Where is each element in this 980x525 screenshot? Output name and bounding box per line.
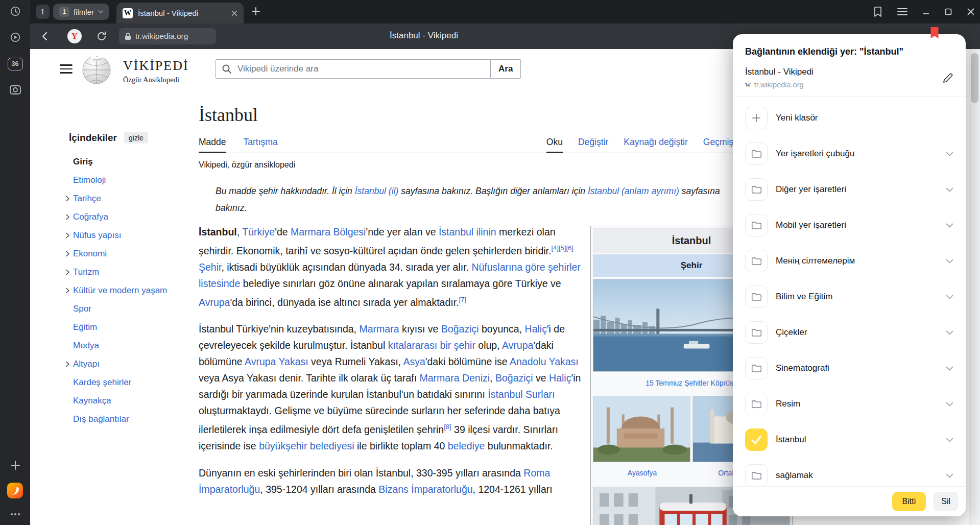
chevron-down-icon[interactable] bbox=[946, 438, 953, 442]
wiki-link[interactable]: Marmara bbox=[359, 323, 399, 335]
wiki-link[interactable]: Bizans İmparatorluğu bbox=[378, 484, 472, 495]
article-tab-oku[interactable]: Oku bbox=[546, 137, 563, 153]
wiki-link[interactable]: Şehir bbox=[199, 261, 221, 273]
edit-bookmark-icon[interactable] bbox=[942, 73, 953, 84]
chevron-right-icon[interactable] bbox=[62, 232, 73, 238]
toc-item-label[interactable]: Ekonomi bbox=[73, 249, 107, 259]
bookmark-folder-item[interactable]: Mobil yer işaretleri bbox=[733, 207, 966, 243]
chevron-down-icon[interactable] bbox=[946, 473, 953, 478]
tabs-counter-badge[interactable]: 36 bbox=[0, 57, 30, 70]
bookmark-folder-item[interactable]: Менің сілтемелерім bbox=[733, 243, 966, 279]
close-window-button[interactable] bbox=[967, 8, 975, 16]
toc-item[interactable]: Coğrafya bbox=[62, 208, 177, 226]
chevron-down-icon[interactable] bbox=[946, 366, 953, 371]
browser-menu-icon[interactable] bbox=[897, 8, 907, 16]
reference-link[interactable]: [6] bbox=[566, 244, 573, 252]
chevron-down-icon[interactable] bbox=[946, 223, 953, 228]
toc-item[interactable]: Dış bağlantılar bbox=[62, 410, 177, 428]
toc-item-label[interactable]: Kültür ve modern yaşam bbox=[73, 285, 167, 296]
wikipedia-logo[interactable] bbox=[81, 53, 112, 87]
wiki-link[interactable]: İstanbul ilinin bbox=[439, 226, 496, 237]
bookmarks-panel-icon[interactable] bbox=[873, 6, 883, 17]
toc-item-label[interactable]: Kardeş şehirler bbox=[73, 377, 131, 388]
wiki-link[interactable]: Marmara Bölgesi bbox=[291, 226, 366, 237]
toc-item[interactable]: Kaynakça bbox=[62, 392, 177, 410]
chevron-right-icon[interactable] bbox=[62, 214, 73, 220]
screenshot-icon[interactable] bbox=[0, 84, 30, 96]
toc-item-label[interactable]: Giriş bbox=[73, 157, 93, 167]
toc-item[interactable]: Kültür ve modern yaşam bbox=[62, 281, 177, 300]
chevron-right-icon[interactable] bbox=[62, 196, 73, 202]
reference-link[interactable]: [4] bbox=[551, 244, 558, 252]
wiki-link[interactable]: belediye bbox=[448, 440, 485, 451]
tab-group-pill[interactable]: 1 filmler bbox=[53, 4, 109, 20]
toc-item-label[interactable]: Medya bbox=[73, 341, 99, 351]
toc-item[interactable]: Spor bbox=[62, 300, 177, 318]
wiki-link[interactable]: Marmara Denizi bbox=[419, 372, 490, 384]
bookmark-folder-item[interactable]: Resim bbox=[733, 386, 966, 422]
article-tab-kaynağı-değiştir[interactable]: Kaynağı değiştir bbox=[624, 137, 688, 153]
toc-item-label[interactable]: Altyapı bbox=[73, 359, 100, 369]
toc-item-label[interactable]: Dış bağlantılar bbox=[73, 414, 129, 424]
search-button[interactable]: Ara bbox=[491, 59, 521, 79]
toc-item[interactable]: Ekonomi bbox=[62, 245, 177, 263]
wiki-link[interactable]: Haliç bbox=[549, 372, 571, 384]
wiki-link[interactable]: Avrupa bbox=[199, 296, 230, 307]
new-tab-button[interactable] bbox=[251, 6, 261, 16]
ayasofya-caption[interactable]: Ayasofya bbox=[593, 462, 691, 485]
wiki-link[interactable]: İstanbul (anlam ayrımı) bbox=[588, 186, 679, 196]
wiki-link[interactable]: kıtalararası bir şehir bbox=[388, 340, 475, 351]
chevron-right-icon[interactable] bbox=[62, 361, 73, 367]
wiki-link[interactable]: Anadolu Yakası bbox=[510, 356, 579, 367]
yandex-browser-logo[interactable] bbox=[0, 482, 30, 498]
toc-item[interactable]: Etimoloji bbox=[62, 171, 177, 189]
bookmark-folder-item[interactable]: Yer işaretleri çubuğu bbox=[733, 136, 966, 172]
wikipedia-wordmark[interactable]: VİKİPEDİ Özgür Ansiklopedi bbox=[123, 58, 189, 84]
search-input[interactable] bbox=[216, 59, 491, 79]
chevron-down-icon[interactable] bbox=[946, 259, 953, 264]
chevron-down-icon[interactable] bbox=[946, 330, 953, 335]
wiki-link[interactable]: Boğaziçi bbox=[495, 372, 533, 384]
wiki-link[interactable]: İstanbul (il) bbox=[355, 186, 399, 196]
toc-item-label[interactable]: Eğitim bbox=[73, 322, 97, 332]
ayasofya-photo[interactable] bbox=[593, 396, 690, 462]
chevron-down-icon[interactable] bbox=[946, 187, 953, 192]
wiki-link[interactable]: Türkiye bbox=[242, 226, 275, 237]
wiki-link[interactable]: İstanbul Surları bbox=[488, 389, 555, 400]
toc-item[interactable]: Altyapı bbox=[62, 355, 177, 373]
active-tab[interactable]: W İstanbul - Vikipedi bbox=[116, 3, 244, 23]
reference-link[interactable]: [7] bbox=[459, 296, 466, 303]
wiki-link[interactable]: Boğaziçi bbox=[441, 323, 479, 335]
toc-item-label[interactable]: Turizm bbox=[73, 267, 99, 277]
reference-link[interactable]: [5] bbox=[559, 244, 566, 252]
chevron-down-icon[interactable] bbox=[946, 402, 953, 407]
wiki-link[interactable]: Avrupa Yakası bbox=[245, 356, 308, 367]
back-button[interactable] bbox=[39, 30, 52, 42]
bookmark-folder-item[interactable]: Bilim ve Eğitim bbox=[733, 279, 966, 315]
bookmark-folder-item[interactable]: Diğer yer işaretleri bbox=[733, 172, 966, 207]
toc-hide-button[interactable]: gizle bbox=[124, 132, 148, 144]
toc-item-label[interactable]: Tarihçe bbox=[73, 194, 101, 204]
article-tab-geçmişi[interactable]: Geçmişi bbox=[703, 137, 735, 153]
toc-item[interactable]: Giriş bbox=[62, 153, 177, 171]
tab-group-badge[interactable]: 1 bbox=[36, 5, 50, 19]
more-options-icon[interactable] bbox=[0, 510, 30, 519]
wiki-link[interactable]: Haliç bbox=[525, 323, 547, 335]
toc-item[interactable]: Medya bbox=[62, 337, 177, 355]
tab-close-button[interactable] bbox=[231, 10, 237, 16]
wiki-link[interactable]: Avrupa bbox=[502, 340, 533, 351]
chevron-right-icon[interactable] bbox=[62, 288, 73, 294]
chevron-down-icon[interactable] bbox=[946, 295, 953, 299]
main-menu-button[interactable] bbox=[60, 64, 73, 74]
toc-item[interactable]: Eğitim bbox=[62, 318, 177, 337]
toc-item-label[interactable]: Kaynakça bbox=[73, 396, 111, 406]
refresh-icon[interactable] bbox=[95, 30, 108, 42]
bookmark-folder-item[interactable]: Sinematografi bbox=[733, 350, 966, 386]
address-bar[interactable]: tr.wikipedia.org bbox=[119, 28, 216, 44]
chevron-right-icon[interactable] bbox=[62, 269, 73, 275]
bookmark-folder-item[interactable]: sağlamak bbox=[733, 458, 966, 487]
toc-item-label[interactable]: Coğrafya bbox=[73, 212, 108, 222]
add-panel-icon[interactable] bbox=[0, 459, 30, 471]
search-engine-icon[interactable]: Y bbox=[67, 29, 82, 43]
maximize-button[interactable] bbox=[944, 8, 952, 16]
